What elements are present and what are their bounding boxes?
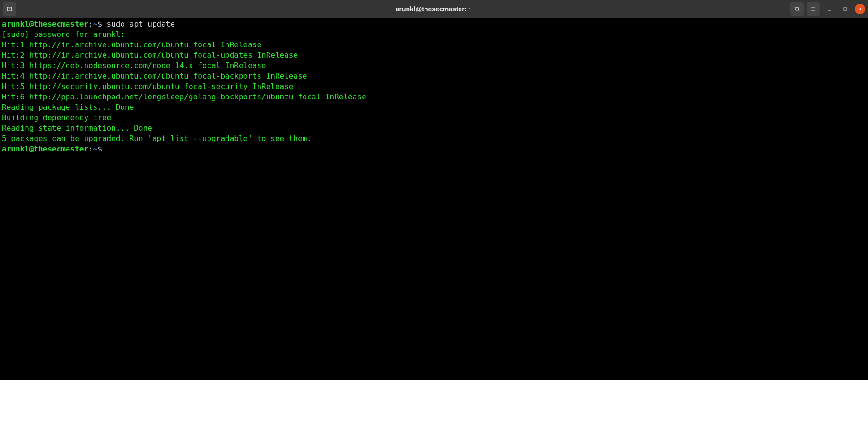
output-line: 5 packages can be upgraded. Run 'apt lis… (2, 133, 866, 144)
menu-button[interactable] (807, 2, 820, 16)
output-line: Hit:6 http://ppa.launchpad.net/longsleep… (2, 92, 866, 102)
prompt-path: ~ (93, 19, 98, 28)
output-line: Reading package lists... Done (2, 102, 866, 113)
command-text: sudo apt update (107, 19, 175, 28)
svg-line-2 (798, 10, 799, 11)
maximize-button[interactable] (839, 2, 852, 16)
output-line: [sudo] password for arunkl: (2, 29, 866, 40)
prompt-host: thesecmaster (34, 19, 88, 28)
titlebar: arunkl@thesecmaster: ~ (0, 0, 868, 18)
output-line: Hit:3 https://deb.nodesource.com/node_14… (2, 61, 866, 71)
svg-point-1 (795, 7, 799, 10)
search-button[interactable] (790, 2, 804, 16)
terminal-area[interactable]: arunkl@thesecmaster:~$ sudo apt update [… (0, 18, 868, 380)
new-tab-button[interactable] (3, 2, 16, 16)
output-line: Hit:5 http://security.ubuntu.com/ubuntu … (2, 81, 866, 92)
svg-rect-7 (844, 8, 847, 10)
close-button[interactable] (855, 4, 865, 14)
output-line: Reading state information... Done (2, 123, 866, 133)
minimize-button[interactable] (823, 2, 836, 16)
output-line: Building dependency tree (2, 113, 866, 123)
output-line: Hit:4 http://in.archive.ubuntu.com/ubunt… (2, 71, 866, 81)
prompt-line: arunkl@thesecmaster:~$ (2, 144, 866, 154)
bottom-blank-area (0, 380, 868, 425)
output-line: Hit:2 http://in.archive.ubuntu.com/ubunt… (2, 50, 866, 61)
prompt-user: arunkl (2, 19, 29, 28)
output-line: Hit:1 http://in.archive.ubuntu.com/ubunt… (2, 40, 866, 50)
prompt-line: arunkl@thesecmaster:~$ sudo apt update (2, 19, 866, 29)
window-title: arunkl@thesecmaster: ~ (396, 5, 473, 13)
